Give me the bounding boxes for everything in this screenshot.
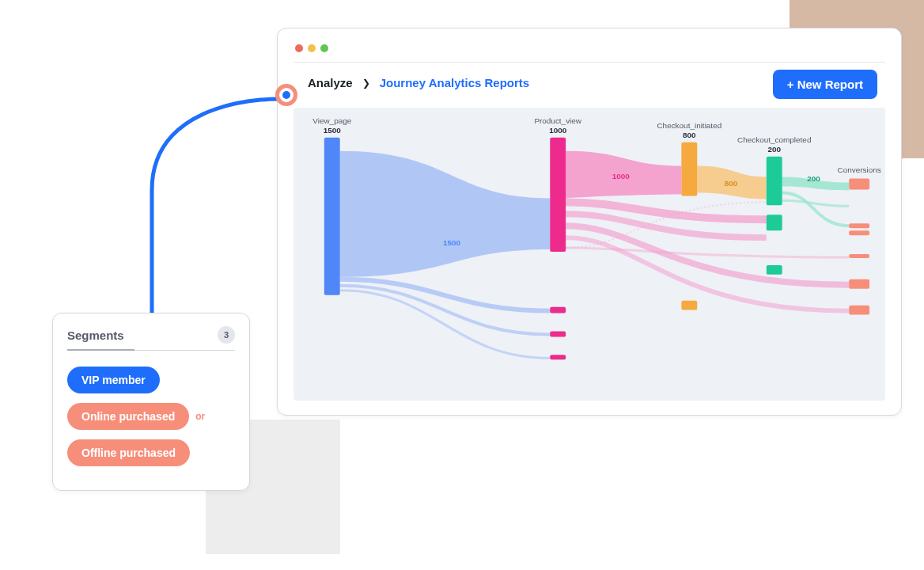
- segment-row: VIP member: [67, 367, 235, 393]
- segment-pill-offline[interactable]: Offline purchased: [67, 439, 190, 466]
- sankey-subnode: [849, 230, 869, 235]
- sankey-subnode: [767, 265, 782, 275]
- sankey-subnode: [550, 307, 566, 314]
- sankey-subnode: [550, 355, 566, 359]
- segment-operator: or: [195, 411, 205, 422]
- sankey-node: [324, 138, 340, 295]
- sankey-subnode: [767, 215, 782, 230]
- close-icon[interactable]: [295, 44, 303, 52]
- segments-header: Segments 3: [67, 326, 235, 351]
- breadcrumb-current[interactable]: Journey Analytics Reports: [380, 76, 530, 89]
- sankey-node-value: 1000: [549, 126, 567, 135]
- sankey-node-label: Product_view: [534, 116, 581, 125]
- minimize-icon[interactable]: [308, 44, 316, 52]
- sankey-branch: [566, 248, 849, 257]
- sankey-branch: [782, 192, 850, 226]
- sankey-node-value: 1500: [324, 126, 342, 135]
- segment-pill-vip[interactable]: VIP member: [67, 367, 160, 393]
- sankey-node: [767, 157, 782, 206]
- segments-title: Segments: [67, 329, 124, 342]
- sankey-subnode: [550, 331, 566, 336]
- breadcrumb-root[interactable]: Analyze: [308, 76, 353, 89]
- new-report-button[interactable]: + New Report: [773, 70, 877, 99]
- sankey-chart: 1500 1000 800 200: [293, 108, 885, 401]
- sankey-node-label: View_page: [312, 116, 351, 125]
- sankey-branch: [340, 291, 551, 359]
- segments-card: Segments 3 VIP member Online purchased o…: [52, 313, 250, 491]
- sankey-branch: [782, 200, 850, 206]
- connector-ring-icon: [275, 84, 297, 106]
- sankey-node-label: Conversions: [838, 165, 881, 174]
- sankey-link-value: 800: [725, 179, 738, 188]
- sankey-subnode: [849, 254, 869, 258]
- sankey-node-value: 800: [683, 131, 696, 139]
- report-window: Analyze ❯ Journey Analytics Reports + Ne…: [277, 28, 902, 416]
- sankey-subnode: [849, 306, 869, 315]
- sankey-subnode: [681, 301, 697, 310]
- sankey-node: [550, 138, 566, 252]
- maximize-icon[interactable]: [320, 44, 328, 52]
- segment-row: Online purchased or: [67, 403, 235, 430]
- chevron-right-icon: ❯: [362, 78, 370, 89]
- sankey-link-value: 1000: [612, 172, 631, 180]
- sankey-node-label: Checkout_completed: [737, 135, 811, 144]
- sankey-branch: [340, 279, 551, 311]
- sankey-subnode: [849, 223, 869, 228]
- breadcrumb: Analyze ❯ Journey Analytics Reports: [308, 76, 529, 89]
- segment-row: Offline purchased: [67, 439, 235, 466]
- sankey-node-label: Checkout_initiated: [657, 121, 721, 130]
- sankey-link-value: 200: [807, 174, 820, 183]
- sankey-subnode: [849, 279, 869, 289]
- sankey-link: [340, 151, 551, 277]
- sankey-link-value: 1500: [443, 238, 461, 247]
- segments-count-badge: 3: [218, 326, 235, 344]
- divider: [293, 62, 885, 63]
- sankey-subnode: [849, 179, 869, 190]
- sankey-node-value: 200: [767, 145, 781, 154]
- sankey-node: [681, 142, 697, 196]
- segment-pill-online[interactable]: Online purchased: [67, 403, 189, 430]
- window-traffic-lights: [295, 44, 328, 52]
